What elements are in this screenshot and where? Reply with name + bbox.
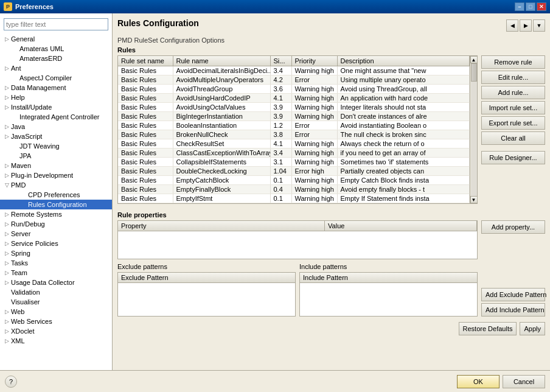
sidebar-item-jpa[interactable]: JPA	[0, 151, 112, 161]
remove-rule-button[interactable]: Remove rule	[481, 55, 545, 69]
properties-label: Rule properties	[117, 211, 545, 219]
sidebar-item-service-policies[interactable]: ▷ Service Policies	[0, 239, 112, 248]
sidebar-item-web[interactable]: ▷ Web	[0, 307, 112, 317]
import-rule-set-button[interactable]: Import rule set...	[481, 101, 545, 114]
rules-scrollbar[interactable]: ▲ ▼	[470, 56, 477, 203]
table-row[interactable]: Basic Rules AvoidMultipleUnaryOperators …	[118, 75, 470, 85]
col-header-desc[interactable]: Description	[337, 56, 470, 66]
prop-empty-cell	[118, 231, 325, 259]
table-row[interactable]: Basic Rules AvoidThreadGroup 3.6 Warning…	[118, 85, 470, 94]
sidebar-item-maven[interactable]: ▷ Maven	[0, 161, 112, 170]
sidebar-item-java[interactable]: ▷ Java	[0, 122, 112, 131]
col-header-size[interactable]: Si...	[270, 56, 291, 66]
edit-rule-button[interactable]: Edit rule...	[481, 71, 545, 84]
panel-header: Rules Configuration ◀ ▶ ▼	[117, 18, 545, 33]
prop-col-value[interactable]: Value	[325, 221, 477, 231]
clear-all-button[interactable]: Clear all	[481, 131, 545, 145]
sidebar-item-validation[interactable]: Validation	[0, 287, 112, 297]
expand-icon	[2, 298, 11, 306]
cell-size: 1.04	[270, 167, 291, 176]
col-header-ruleset[interactable]: Rule set name	[118, 56, 173, 66]
sidebar-item-integrated-agent[interactable]: Integrated Agent Controller	[0, 112, 112, 122]
minimize-button[interactable]: –	[515, 2, 524, 11]
cell-desc: An application with hard code	[337, 94, 470, 103]
nav-back-button[interactable]: ◀	[506, 19, 518, 32]
sidebar-item-spring[interactable]: ▷ Spring	[0, 248, 112, 258]
table-row[interactable]: Basic Rules EmptyFinallyBlock 0.4 Warnin…	[118, 185, 470, 194]
sidebar-item-ant[interactable]: ▷ Ant	[0, 63, 112, 73]
apply-button[interactable]: Apply	[520, 322, 545, 335]
cell-priority: Warning high	[291, 139, 337, 149]
sidebar-item-label: PMD	[11, 181, 26, 189]
table-row[interactable]: Basic Rules CollapsibleIfStatements 3.1 …	[118, 158, 470, 167]
add-property-button[interactable]: Add property...	[481, 220, 545, 234]
exclude-empty-cell	[118, 282, 295, 316]
sidebar-item-data-mgmt[interactable]: ▷ Data Management	[0, 83, 112, 93]
table-row[interactable]: Basic Rules AvoidUsingHardCodedIP 4.1 Wa…	[118, 94, 470, 103]
nav-dropdown-button[interactable]: ▼	[533, 19, 545, 32]
sidebar-item-pmd[interactable]: ▽ PMD	[0, 180, 112, 190]
table-row[interactable]: Basic Rules AvoidUsingOctalValues 3.9 Wa…	[118, 103, 470, 112]
sidebar-item-xdoclet[interactable]: ▷ XDoclet	[0, 326, 112, 336]
sidebar-item-rules-config[interactable]: Rules Configuration	[0, 200, 112, 209]
table-row[interactable]: Basic Rules CheckResultSet 4.1 Warning h…	[118, 139, 470, 149]
ok-button[interactable]: OK	[457, 375, 500, 388]
table-row[interactable]: Basic Rules BrokenNullCheck 3.8 Error Th…	[118, 130, 470, 139]
add-exclude-pattern-button[interactable]: Add Exclude Pattern	[481, 288, 545, 301]
sidebar-item-amateras-erd[interactable]: AmaterasERD	[0, 54, 112, 63]
table-row[interactable]: Basic Rules BigIntegerInstantiation 3.9 …	[118, 112, 470, 121]
table-row[interactable]: Basic Rules DoubleCheckedLocking 1.04 Er…	[118, 167, 470, 176]
col-header-priority[interactable]: Priority	[291, 56, 337, 66]
sidebar-item-web-services[interactable]: ▷ Web Services	[0, 317, 112, 326]
table-row[interactable]: Basic Rules BooleanInstantiation 1.2 Err…	[118, 121, 470, 130]
export-rule-set-button[interactable]: Export rule set...	[481, 116, 545, 130]
sidebar-item-label: Integrated Agent Controller	[19, 113, 99, 121]
sidebar-item-server[interactable]: ▷ Server	[0, 229, 112, 239]
cell-rulename: ClassCastExceptionWithToArray	[173, 149, 270, 158]
close-button[interactable]: ✕	[537, 2, 546, 11]
sidebar-item-amateras-uml[interactable]: Amateras UML	[0, 44, 112, 54]
cell-rulename: AvoidUsingOctalValues	[173, 103, 270, 112]
nav-forward-button[interactable]: ▶	[520, 19, 532, 32]
table-row[interactable]: Basic Rules AvoidDecimalLiteralsInBigDec…	[118, 66, 470, 75]
include-pattern-col[interactable]: Include Pattern	[300, 273, 477, 283]
table-row[interactable]: Basic Rules EmptyIfStmt 0.1 Warning high…	[118, 194, 470, 203]
sidebar-item-help[interactable]: ▷ Help	[0, 93, 112, 102]
sidebar-item-cpd-prefs[interactable]: CPD Preferences	[0, 190, 112, 200]
rule-designer-button[interactable]: Rule Designer...	[481, 151, 545, 164]
col-header-rulename[interactable]: Rule name	[173, 56, 270, 66]
expand-icon: ▷	[2, 103, 11, 111]
cell-desc: Partially created objects can	[337, 167, 470, 176]
sidebar-item-install-update[interactable]: ▷ Install/Update	[0, 102, 112, 112]
sidebar-item-javascript[interactable]: ▷ JavaScript	[0, 131, 112, 141]
sidebar-item-aspectj[interactable]: AspectJ Compiler	[0, 73, 112, 83]
add-include-pattern-button[interactable]: Add Include Pattern	[481, 303, 545, 317]
scroll-thumb[interactable]	[471, 63, 477, 82]
sidebar-item-xml[interactable]: ▷ XML	[0, 336, 112, 346]
restore-defaults-button[interactable]: Restore Defaults	[459, 322, 517, 335]
expand-icon	[11, 113, 19, 121]
rules-scroll-area: Rule set name Rule name Si... Priority D…	[118, 56, 470, 203]
help-button[interactable]: ?	[5, 376, 17, 388]
sidebar-item-tasks[interactable]: ▷ Tasks	[0, 258, 112, 268]
table-row[interactable]: Basic Rules EmptyCatchBlock 0.1 Warning …	[118, 176, 470, 185]
prop-col-property[interactable]: Property	[118, 221, 325, 231]
sidebar-item-remote-systems[interactable]: ▷ Remote Systems	[0, 209, 112, 219]
sidebar-item-visualiser[interactable]: Visualiser	[0, 297, 112, 307]
scroll-up-arrow[interactable]: ▲	[470, 56, 478, 63]
cancel-button[interactable]: Cancel	[503, 375, 545, 388]
sidebar-item-team[interactable]: ▷ Team	[0, 268, 112, 278]
sidebar-item-plugin-dev[interactable]: ▷ Plug-in Development	[0, 170, 112, 180]
sidebar-item-jdt-weaving[interactable]: JDT Weaving	[0, 141, 112, 151]
filter-input[interactable]	[4, 18, 108, 30]
scroll-down-arrow[interactable]: ▼	[470, 196, 478, 203]
add-rule-button[interactable]: Add rule...	[481, 86, 545, 99]
title-bar-controls: – □ ✕	[515, 2, 546, 11]
exclude-pattern-col[interactable]: Exclude Pattern	[118, 273, 295, 283]
expand-icon	[11, 54, 19, 63]
sidebar-item-run-debug[interactable]: ▷ Run/Debug	[0, 219, 112, 229]
table-row[interactable]: Basic Rules ClassCastExceptionWithToArra…	[118, 149, 470, 158]
sidebar-item-general[interactable]: ▷ General	[0, 34, 112, 44]
sidebar-item-usage-data[interactable]: ▷ Usage Data Collector	[0, 278, 112, 287]
maximize-button[interactable]: □	[526, 2, 535, 11]
